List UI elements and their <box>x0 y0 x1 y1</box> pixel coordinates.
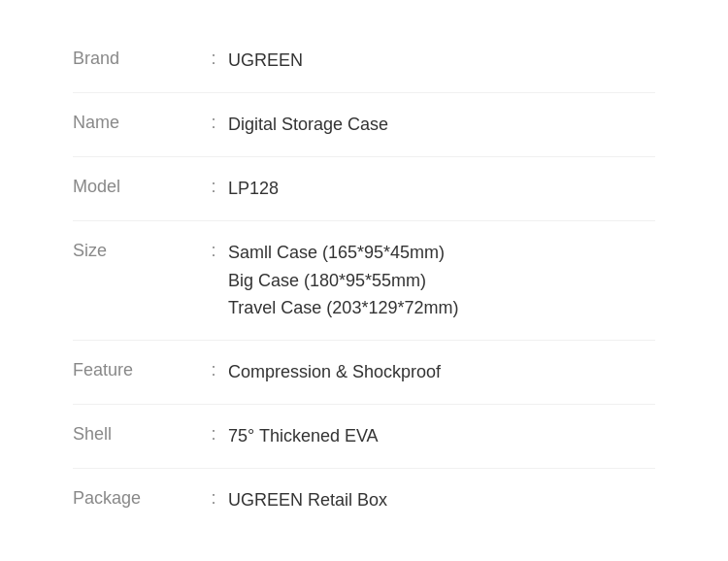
spec-label: Package <box>73 486 199 509</box>
spec-label: Size <box>73 239 199 261</box>
spec-separator: : <box>199 358 228 380</box>
spec-label: Shell <box>73 422 199 445</box>
spec-separator: : <box>199 47 228 69</box>
spec-value: Compression & Shockproof <box>228 358 655 386</box>
spec-separator: : <box>199 175 228 197</box>
spec-row: Package:UGREEN Retail Box <box>73 469 655 532</box>
spec-label: Brand <box>73 47 199 69</box>
specs-table: Brand:UGREENName:Digital Storage CaseMod… <box>34 10 694 550</box>
spec-label: Model <box>73 175 199 197</box>
spec-value: UGREEN Retail Box <box>228 486 655 514</box>
spec-label: Feature <box>73 358 199 380</box>
spec-value: 75° Thickened EVA <box>228 422 655 450</box>
spec-row: Feature:Compression & Shockproof <box>73 341 655 405</box>
spec-separator: : <box>199 486 228 509</box>
spec-value: LP128 <box>228 175 655 203</box>
spec-row: Brand:UGREEN <box>73 29 655 93</box>
spec-row: Model:LP128 <box>73 157 655 221</box>
spec-separator: : <box>199 422 228 445</box>
spec-separator: : <box>199 239 228 261</box>
spec-row: Size:Samll Case (165*95*45mm)Big Case (1… <box>73 221 655 341</box>
spec-value: UGREEN <box>228 47 655 75</box>
spec-row: Name:Digital Storage Case <box>73 93 655 157</box>
spec-separator: : <box>199 111 228 133</box>
spec-label: Name <box>73 111 199 133</box>
spec-value: Digital Storage Case <box>228 111 655 139</box>
spec-row: Shell:75° Thickened EVA <box>73 405 655 469</box>
spec-value: Samll Case (165*95*45mm)Big Case (180*95… <box>228 239 655 322</box>
